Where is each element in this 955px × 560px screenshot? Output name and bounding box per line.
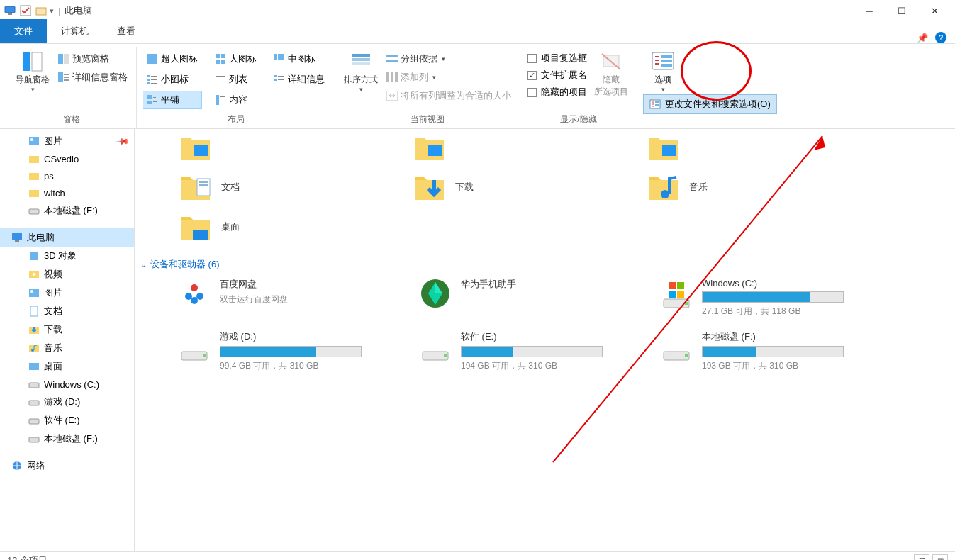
maximize-button[interactable]: ☐: [886, 0, 918, 21]
chevron-down-icon: ⌄: [140, 261, 146, 269]
svg-rect-14: [221, 54, 225, 58]
help-icon[interactable]: ?: [935, 32, 946, 43]
svg-rect-41: [216, 95, 219, 105]
folder-tile[interactable]: 下载: [411, 169, 610, 206]
change-folder-search-options[interactable]: 更改文件夹和搜索选项(O): [643, 94, 777, 114]
svg-rect-62: [29, 137, 39, 145]
minimize-button[interactable]: ─: [853, 0, 886, 21]
drive-tile[interactable]: 华为手机助手: [418, 278, 624, 318]
nav-item[interactable]: 软件 (E:): [0, 411, 134, 430]
svg-rect-100: [669, 291, 676, 298]
item-checkboxes-toggle[interactable]: 项目复选框: [526, 51, 588, 65]
svg-rect-5: [32, 52, 42, 71]
nav-item[interactable]: 桌面: [0, 357, 134, 376]
nav-item[interactable]: witch: [0, 184, 134, 201]
svg-rect-52: [395, 72, 398, 82]
tab-computer[interactable]: 计算机: [47, 19, 103, 43]
qat-folder-icon[interactable]: [35, 5, 47, 16]
nav-item[interactable]: 此电脑: [0, 228, 134, 247]
drive-tile[interactable]: 百度网盘双击运行百度网盘: [177, 278, 383, 318]
layout-option[interactable]: 超大图标: [143, 50, 202, 68]
folder-tile[interactable]: 音乐: [645, 169, 844, 206]
svg-rect-87: [662, 145, 676, 156]
drive-tile[interactable]: Windows (C:)27.1 GB 可用，共 118 GB: [659, 278, 865, 318]
folder-tile[interactable]: [411, 129, 610, 166]
svg-rect-34: [274, 79, 277, 81]
divider: |: [58, 6, 60, 16]
svg-rect-70: [30, 252, 38, 260]
svg-rect-40: [153, 101, 157, 102]
drive-tile[interactable]: 软件 (E:)194 GB 可用，共 310 GB: [418, 330, 624, 372]
svg-rect-3: [36, 8, 46, 15]
group-header-devices[interactable]: ⌄ 设备和驱动器 (6): [140, 258, 941, 271]
icons-view-button[interactable]: ▦: [932, 554, 948, 561]
layout-option[interactable]: 内容: [211, 91, 261, 109]
layout-option[interactable]: 大图标: [211, 50, 261, 68]
nav-tree[interactable]: 图片📌CSvediopswitch本地磁盘 (F:)此电脑3D 对象视频图片文档…: [0, 129, 135, 551]
nav-item[interactable]: CSvedio: [0, 150, 134, 167]
nav-pane-button[interactable]: 导航窗格▾: [13, 50, 52, 109]
svg-rect-12: [147, 54, 157, 64]
preview-pane-button[interactable]: 预览窗格: [55, 51, 130, 67]
folder-tile[interactable]: [645, 129, 844, 166]
details-pane-button[interactable]: 详细信息窗格: [55, 69, 130, 85]
qat-save-icon[interactable]: [20, 5, 31, 16]
nav-item[interactable]: 图片: [0, 284, 134, 302]
nav-item[interactable]: ps: [0, 167, 134, 184]
group-by-button[interactable]: 分组依据▾: [384, 51, 514, 67]
svg-rect-64: [29, 156, 39, 163]
svg-rect-48: [386, 55, 398, 57]
ribbon: 导航窗格▾ 预览窗格 详细信息窗格 窗格 超大图标大图标中图标小图标列表详细信息…: [0, 44, 955, 129]
nav-item[interactable]: 3D 对象: [0, 247, 134, 265]
layout-option[interactable]: 详细信息: [269, 70, 329, 89]
svg-rect-65: [29, 173, 39, 180]
nav-item[interactable]: 下载: [0, 320, 134, 339]
nav-item[interactable]: 视频: [0, 265, 134, 284]
layout-option[interactable]: 小图标: [143, 70, 202, 89]
nav-item[interactable]: 本地磁盘 (F:): [0, 430, 134, 448]
svg-rect-20: [274, 57, 277, 60]
svg-rect-98: [669, 282, 676, 289]
drive-tile[interactable]: 本地磁盘 (F:)193 GB 可用，共 310 GB: [659, 330, 865, 372]
nav-item[interactable]: 文档: [0, 302, 134, 320]
svg-rect-47: [352, 62, 370, 65]
close-button[interactable]: ✕: [918, 0, 951, 21]
content-area[interactable]: 文档下载音乐 桌面 ⌄ 设备和驱动器 (6) 百度网盘双击运行百度网盘华为手机助…: [135, 129, 955, 551]
folder-tile[interactable]: [177, 129, 376, 166]
svg-rect-67: [29, 209, 39, 214]
svg-rect-51: [391, 72, 393, 82]
hidden-items-toggle[interactable]: 隐藏的项目: [526, 85, 588, 99]
svg-rect-92: [193, 230, 208, 240]
layout-option[interactable]: 列表: [211, 70, 261, 89]
svg-rect-32: [274, 75, 277, 77]
svg-rect-6: [58, 54, 63, 64]
nav-item[interactable]: 本地磁盘 (F:): [0, 201, 134, 220]
ribbon-group-showhide: 项目复选框 文件扩展名 隐藏的项目 隐藏 所选项目 显示/隐藏: [520, 47, 637, 128]
sort-button[interactable]: 排序方式▾: [341, 50, 381, 109]
nav-item[interactable]: 游戏 (D:): [0, 393, 134, 411]
nav-item[interactable]: 图片📌: [0, 132, 134, 150]
svg-point-74: [30, 290, 33, 293]
nav-item[interactable]: Windows (C:): [0, 376, 134, 393]
svg-rect-37: [153, 96, 157, 96]
tab-view[interactable]: 查看: [103, 19, 150, 43]
options-button[interactable]: 选项▾: [643, 50, 683, 93]
tab-file[interactable]: 文件: [0, 19, 47, 43]
svg-rect-10: [64, 77, 69, 78]
layout-option[interactable]: 平铺: [143, 91, 202, 109]
layout-option[interactable]: 中图标: [269, 50, 329, 68]
qat-dropdown-icon[interactable]: ▾: [50, 6, 54, 16]
svg-rect-89: [199, 181, 208, 183]
nav-item[interactable]: 音乐: [0, 339, 134, 357]
svg-rect-49: [386, 60, 398, 62]
details-view-button[interactable]: ☷: [914, 554, 929, 561]
file-extensions-toggle[interactable]: 文件扩展名: [526, 68, 588, 82]
folder-tile[interactable]: 桌面: [177, 208, 376, 245]
svg-rect-17: [274, 54, 277, 57]
svg-rect-30: [216, 79, 225, 79]
ribbon-group-panes: 导航窗格▾ 预览窗格 详细信息窗格 窗格: [7, 47, 137, 128]
nav-item[interactable]: 网络: [0, 457, 134, 475]
drive-tile[interactable]: 游戏 (D:)99.4 GB 可用，共 310 GB: [177, 330, 383, 372]
folder-tile[interactable]: 文档: [177, 169, 376, 206]
pin-ribbon-icon[interactable]: 📌: [917, 33, 928, 43]
